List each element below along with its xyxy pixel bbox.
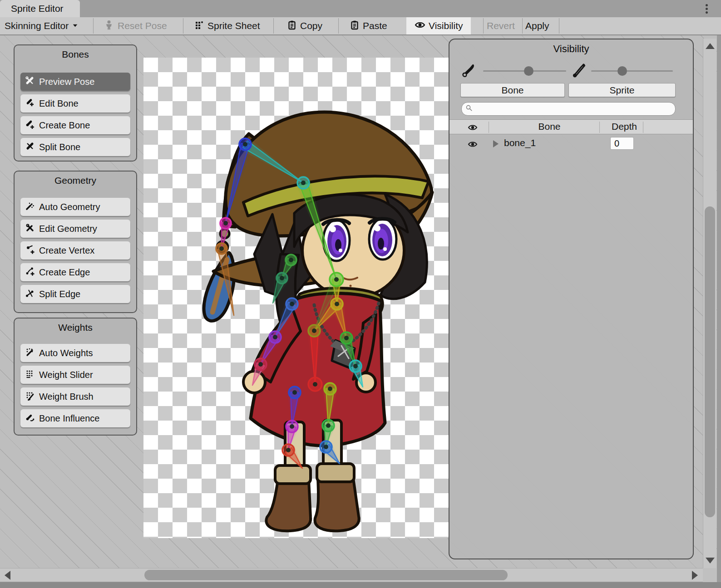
visibility-panel-title: Visibility xyxy=(449,43,693,55)
scroll-up-icon[interactable] xyxy=(706,43,715,49)
button-label: Auto Weights xyxy=(39,348,93,358)
weight-slider-button[interactable]: Weight Slider xyxy=(20,366,130,384)
copy-icon xyxy=(287,20,297,32)
horizontal-scrollbar[interactable] xyxy=(0,568,703,582)
eye-icon[interactable] xyxy=(468,139,478,151)
vertical-scrollbar-thumb[interactable] xyxy=(705,206,715,517)
bone-opacity-slider-knob[interactable] xyxy=(524,66,533,76)
bone-table-header: Bone Depth xyxy=(449,119,693,134)
create-bone-button[interactable]: Create Bone xyxy=(20,116,130,134)
bone-joint[interactable] xyxy=(269,331,281,343)
character-sprite xyxy=(143,58,449,538)
expand-triangle-icon[interactable] xyxy=(493,140,499,147)
boots xyxy=(266,464,359,531)
depth-input[interactable]: 0 xyxy=(610,137,634,150)
column-header-bone[interactable]: Bone xyxy=(518,121,581,132)
revert-button[interactable]: Revert xyxy=(487,17,515,34)
scroll-left-icon[interactable] xyxy=(5,571,10,580)
bone-joint[interactable] xyxy=(255,358,267,370)
sprite-sheet-button[interactable]: Sprite Sheet xyxy=(194,17,260,34)
bone-joint[interactable] xyxy=(239,138,251,150)
copy-button[interactable]: Copy xyxy=(287,17,322,34)
tab-sprite-editor[interactable]: Sprite Editor xyxy=(0,0,80,17)
toolbar: Skinning Editor Reset Pose Sprite Sheet … xyxy=(0,17,721,35)
edit-bone-button[interactable]: Edit Bone xyxy=(20,94,130,113)
create-edge-button[interactable]: Create Edge xyxy=(20,263,130,281)
sprite-opacity-slider-knob[interactable] xyxy=(617,66,627,76)
scroll-down-icon[interactable] xyxy=(706,558,715,564)
tab-sprite[interactable]: Sprite xyxy=(568,83,676,97)
bone-joint[interactable] xyxy=(297,177,309,189)
search-input[interactable] xyxy=(475,104,675,114)
bone-joint[interactable] xyxy=(286,421,298,432)
eye-icon[interactable] xyxy=(468,122,478,134)
bone-joint[interactable] xyxy=(289,387,301,398)
bone-joint[interactable] xyxy=(320,441,332,453)
toolbar-separator xyxy=(273,18,274,34)
toolbar-separator xyxy=(183,18,183,34)
weight-slider-icon xyxy=(25,369,35,381)
chin-mark xyxy=(350,285,352,287)
bone-name[interactable]: bone_1 xyxy=(504,137,536,148)
weight-brush-button[interactable]: Weight Brush xyxy=(20,387,130,406)
sprite-canvas[interactable] xyxy=(143,58,449,538)
bone-joint[interactable] xyxy=(220,218,231,229)
bone-joint[interactable] xyxy=(330,273,343,286)
kebab-menu-icon[interactable] xyxy=(703,3,710,15)
split-bone-button[interactable]: Split Bone xyxy=(20,138,130,156)
paste-button[interactable]: Paste xyxy=(350,17,387,34)
panel-title: Weights xyxy=(15,322,136,333)
search-field[interactable] xyxy=(461,102,676,116)
split-edge-button[interactable]: Split Edge xyxy=(20,285,130,303)
button-label: Create Vertex xyxy=(39,245,94,256)
auto-geometry-button[interactable]: Auto Geometry xyxy=(20,198,130,216)
bone-joint[interactable] xyxy=(216,243,227,254)
auto-weights-button[interactable]: Auto Weights xyxy=(20,344,130,362)
sprite-sheet-icon xyxy=(194,20,204,32)
vertical-scrollbar[interactable] xyxy=(703,39,716,568)
column-header-depth[interactable]: Depth xyxy=(604,121,645,132)
button-label: Edit Geometry xyxy=(39,224,97,234)
bone-joint[interactable] xyxy=(308,377,322,391)
bone-opacity-icon xyxy=(460,62,476,79)
sprite-opacity-slider-track[interactable] xyxy=(591,70,673,72)
toolbar-separator xyxy=(93,18,94,34)
scroll-right-icon[interactable] xyxy=(692,571,698,580)
bone-joint[interactable] xyxy=(277,273,287,284)
sprite-editor-window: Sprite Editor Skinning Editor Reset Pose… xyxy=(0,0,721,588)
skinning-editor-dropdown[interactable]: Skinning Editor xyxy=(5,17,79,34)
apply-button[interactable]: Apply xyxy=(525,17,549,34)
bone-influence-button[interactable]: Bone Influence xyxy=(20,409,130,427)
window-edge xyxy=(0,582,721,588)
button-label: Split Edge xyxy=(39,289,80,299)
bone-joint[interactable] xyxy=(282,444,294,456)
button-label: Create Edge xyxy=(39,267,90,278)
bone-joint[interactable] xyxy=(350,360,361,372)
panel-title: Geometry xyxy=(15,175,136,186)
bone-joint[interactable] xyxy=(331,298,343,310)
chevron-down-icon xyxy=(72,20,79,31)
visibility-toggle-button[interactable]: Visibility xyxy=(406,17,471,34)
tab-bone[interactable]: Bone xyxy=(460,83,565,97)
edit-geometry-button[interactable]: Edit Geometry xyxy=(20,220,130,238)
create-vertex-button[interactable]: Create Vertex xyxy=(20,241,130,260)
bone-joint[interactable] xyxy=(341,332,352,344)
bone-joint[interactable] xyxy=(324,383,336,395)
edit-geometry-icon xyxy=(25,223,35,235)
button-label: Split Bone xyxy=(39,142,80,152)
reset-pose-button[interactable]: Reset Pose xyxy=(104,17,167,34)
create-edge-icon xyxy=(25,266,35,279)
preview-pose-button[interactable]: Preview Pose xyxy=(20,73,130,91)
bone-row[interactable]: bone_1 0 xyxy=(449,136,693,152)
bone-joint[interactable] xyxy=(308,325,320,337)
button-label: Create Bone xyxy=(39,120,90,131)
person-icon xyxy=(104,20,114,33)
horizontal-scrollbar-thumb[interactable] xyxy=(144,570,508,580)
weight-brush-icon xyxy=(25,391,35,403)
button-label: Auto Geometry xyxy=(39,202,100,212)
bone-joint[interactable] xyxy=(286,255,296,265)
bone-joint[interactable] xyxy=(286,298,298,310)
edit-bone-icon xyxy=(25,98,35,110)
bone-joint[interactable] xyxy=(322,420,334,431)
create-vertex-icon xyxy=(25,245,35,257)
